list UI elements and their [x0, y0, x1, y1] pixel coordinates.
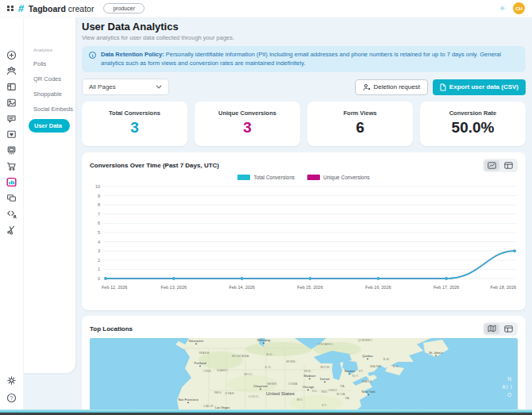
svg-text:Feb 16, 2026: Feb 16, 2026 [365, 285, 391, 290]
map-icon [488, 325, 496, 332]
settings-icon[interactable] [6, 375, 17, 385]
svg-text:St. John's: St. John's [429, 351, 442, 355]
svg-text:9: 9 [98, 194, 100, 198]
svg-text:Feb 15, 2026: Feb 15, 2026 [297, 285, 322, 290]
svg-text:W.VA.: W.VA. [337, 393, 346, 396]
sidebar-item-shoppable[interactable]: Shoppable [24, 86, 75, 102]
svg-text:MONTANA: MONTANA [232, 355, 249, 358]
svg-text:KY.: KY. [322, 404, 328, 407]
svg-text:5: 5 [98, 230, 100, 235]
stat-value: 3 [195, 119, 300, 136]
chart-card-title: Conversions Over Time (Past 7 Days, UTC) [90, 162, 219, 169]
add-circle-icon[interactable] [6, 49, 17, 60]
svg-text:Toronto: Toronto [344, 369, 355, 373]
svg-text:PA.: PA. [340, 385, 345, 388]
svg-text:4: 4 [98, 240, 100, 244]
svg-text:N: N [507, 376, 512, 382]
legend-item: Unique Conversions [307, 175, 370, 180]
app-grid-icon[interactable] [7, 6, 13, 12]
svg-text:IDAHO: IDAHO [217, 369, 228, 372]
map-view-toggle [483, 322, 518, 336]
svg-text:1: 1 [98, 267, 100, 271]
svg-text:ILL.: ILL. [312, 390, 318, 393]
conversions-line-chart: 012345678910Feb 12, 2026Feb 13, 2026Feb … [90, 182, 518, 302]
line-chart-icon [488, 162, 496, 169]
theme-sun-icon[interactable]: ☀ [499, 4, 506, 13]
sidebar-item-qr-codes[interactable]: QR Codes [24, 71, 75, 86]
svg-text:Feb 18, 2026: Feb 18, 2026 [491, 285, 516, 290]
svg-text:8: 8 [98, 202, 100, 207]
svg-text:QUEBEC: QUEBEC [358, 339, 372, 342]
chart-view-button[interactable] [484, 160, 499, 171]
table-icon [504, 162, 513, 169]
stat-value: 6 [307, 119, 413, 136]
svg-text:VT.: VT. [359, 370, 364, 373]
svg-text:IND.: IND. [321, 390, 328, 394]
svg-text:MO.: MO. [297, 398, 303, 402]
stat-value: 50.0% [420, 119, 526, 136]
poll-icon[interactable] [6, 129, 17, 139]
sidebar-item-polls[interactable]: Polls [24, 56, 75, 71]
svg-text:Quebec: Quebec [362, 354, 373, 358]
map-view-button[interactable] [484, 324, 499, 334]
svg-text:N.B.: N.B. [384, 358, 391, 361]
app-window: # Tagboard creator producer ☀ CH ? Analy… [0, 0, 532, 415]
table-view-button[interactable] [501, 160, 516, 171]
brand-name: Tagboard creator [29, 4, 94, 13]
locations-map[interactable]: United StatesWASH.MONTANAN.D.MINN.ONTARI… [90, 338, 518, 415]
media-post-icon[interactable] [6, 97, 17, 107]
svg-text:MINN.: MINN. [287, 360, 297, 363]
svg-text:Feb 13, 2026: Feb 13, 2026 [161, 285, 187, 290]
slideshow-icon[interactable] [6, 144, 17, 155]
svg-text:UTAH: UTAH [225, 392, 234, 395]
svg-text:Portland: Portland [195, 361, 206, 365]
svg-text:United States: United States [266, 391, 295, 396]
icon-rail: ? [0, 17, 23, 409]
help-icon[interactable]: ? [6, 392, 17, 402]
svg-text:O: O [507, 392, 512, 398]
embed-code-icon[interactable] [6, 208, 17, 218]
analytics-icon[interactable] [6, 176, 17, 186]
audience-icon[interactable] [6, 65, 17, 75]
top-locations-card: Top Locations United StatesWASH.MONTANAN… [82, 316, 526, 415]
export-user-data-button[interactable]: Export user data (CSV) [433, 79, 526, 95]
svg-text:Chicago: Chicago [303, 385, 314, 389]
svg-text:Cheyenne: Cheyenne [253, 384, 268, 388]
retention-banner: i Data Retention Policy: Personally iden… [82, 46, 526, 72]
svg-text:VA.: VA. [345, 397, 350, 400]
cart-icon[interactable] [6, 160, 17, 171]
tagboard-logo-icon[interactable]: # [17, 3, 25, 13]
sidebar-item-social-embeds[interactable]: Social Embeds [24, 102, 75, 117]
svg-text:ORE.: ORE. [204, 370, 213, 373]
displays-icon[interactable] [6, 192, 17, 202]
sidebar-item-user-data[interactable]: User Data [29, 119, 70, 133]
chart-view-toggle [483, 159, 518, 172]
svg-text:San Francisco: San Francisco [178, 398, 199, 402]
export-file-icon [440, 83, 446, 91]
svg-text:3: 3 [98, 248, 100, 253]
panels-icon[interactable] [6, 81, 17, 91]
svg-text:New York: New York [362, 390, 376, 394]
pages-dropdown[interactable]: All Pages [82, 79, 169, 95]
svg-text:MAINE: MAINE [370, 365, 381, 368]
stat-label: Conversion Rate [420, 110, 526, 117]
stat-label: Unique Conversions [195, 110, 300, 117]
main-content: User Data Analytics View analytics for u… [82, 17, 526, 415]
avatar[interactable]: CH [513, 2, 525, 14]
deletion-request-button[interactable]: Deletion request [355, 79, 428, 95]
producer-button[interactable]: producer [103, 3, 145, 13]
map-card-title: Top Locations [90, 325, 133, 332]
table-icon [504, 325, 513, 332]
stat-label: Form Views [307, 110, 413, 117]
table-view-button[interactable] [501, 324, 516, 334]
stat-label: Total Conversions [82, 110, 187, 117]
svg-text:WASH.: WASH. [199, 352, 210, 355]
svg-text:Vancouver: Vancouver [189, 339, 204, 343]
svg-text:COLO.: COLO. [249, 395, 260, 398]
sidebar-items: PollsQR CodesShoppableSocial EmbedsUser … [24, 56, 75, 133]
clip-tools-icon[interactable] [6, 224, 17, 234]
user-remove-icon [363, 83, 371, 91]
svg-text:MASS.: MASS. [362, 380, 373, 383]
comment-icon[interactable] [6, 113, 17, 123]
stat-value: 3 [82, 119, 187, 136]
